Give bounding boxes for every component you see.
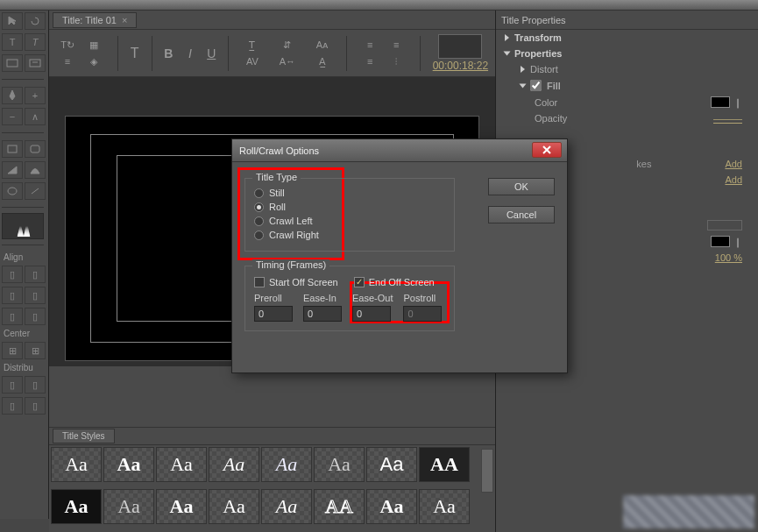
eyedropper-icon[interactable] <box>732 96 744 108</box>
convert-tool[interactable]: ∧ <box>25 108 46 125</box>
style-swatch[interactable]: Aa <box>419 489 470 524</box>
italic-button[interactable]: I <box>186 46 195 61</box>
align-right-text[interactable]: ≡ <box>358 53 381 69</box>
add-inner-stroke[interactable]: Add <box>725 159 742 169</box>
eyedropper-icon[interactable] <box>732 235 744 247</box>
bg-opacity-value[interactable]: 100 % <box>715 252 742 263</box>
style-swatch[interactable]: Aa <box>51 489 102 524</box>
new-title-icon[interactable]: T↻ <box>56 37 79 53</box>
preroll-input[interactable] <box>254 306 293 322</box>
align-bottom[interactable]: ▯ <box>25 308 46 325</box>
style-swatch[interactable]: Aa <box>156 447 207 482</box>
rect-tool[interactable] <box>2 140 23 158</box>
smallcaps-icon[interactable]: Aᴀ <box>311 37 334 53</box>
options-bar: T↻▦≡◈ T B I U T̲AV ⇵A↔ AᴀA̲ ≡≡≡⸽ 00:00:1… <box>49 30 495 77</box>
baseline-icon[interactable]: A̲ <box>311 53 334 69</box>
style-swatch[interactable]: AA <box>419 447 470 482</box>
opacity-value[interactable]: ——— <box>713 113 742 124</box>
cancel-button[interactable]: Cancel <box>488 206 555 223</box>
close-tab-icon[interactable]: × <box>122 15 127 25</box>
underline-button[interactable]: U <box>207 46 216 61</box>
style-swatch[interactable]: Aa <box>261 489 312 524</box>
style-swatch[interactable]: Aa <box>156 489 207 524</box>
distribute-3[interactable]: ▯ <box>2 397 23 415</box>
transform-section[interactable]: Transform <box>496 30 758 46</box>
bg-color-swatch[interactable] <box>711 236 730 247</box>
title-type-fieldset: Title Type Still Roll Crawl Left Crawl R… <box>244 178 455 252</box>
pen-tool[interactable] <box>2 87 23 104</box>
path-type-tool[interactable] <box>25 54 46 72</box>
selection-tool[interactable] <box>2 12 23 30</box>
align-right[interactable]: ▯ <box>2 287 23 304</box>
styles-panel-tab[interactable]: Title Styles <box>53 429 115 443</box>
styles-grid: Aa Aa Aa Aa Aa Aa Aa AA Aa Aa Aa Aa Aa A… <box>49 445 495 531</box>
align-hcenter[interactable]: ▯ <box>25 266 46 283</box>
distribute-4[interactable]: ▯ <box>25 397 46 415</box>
align-left-text[interactable]: ≡ <box>358 37 381 53</box>
rotate-tool[interactable] <box>25 12 46 30</box>
arc-tool[interactable] <box>25 161 46 179</box>
end-off-screen-checkbox[interactable]: End Off Screen <box>354 277 435 287</box>
radio-roll[interactable]: Roll <box>254 200 342 214</box>
style-swatch[interactable]: Aa <box>366 447 417 482</box>
style-swatch[interactable]: Aa <box>366 489 417 524</box>
fill-section[interactable]: Fill <box>496 77 758 94</box>
fill-checkbox[interactable] <box>530 80 542 91</box>
anchor-tool[interactable]: + <box>25 87 46 104</box>
video-thumbnail[interactable] <box>438 34 482 59</box>
align-left[interactable]: ▯ <box>2 266 23 283</box>
color-swatch[interactable] <box>711 96 730 108</box>
style-swatch[interactable]: Aa <box>51 447 102 482</box>
document-tab[interactable]: Title: Title 01× <box>53 12 137 28</box>
align-center-text[interactable]: ≡ <box>385 37 407 53</box>
leading-icon[interactable]: ⇵ <box>276 37 299 53</box>
area-type-tool[interactable] <box>2 54 23 72</box>
radio-still[interactable]: Still <box>254 186 342 200</box>
align-top[interactable]: ▯ <box>25 287 46 304</box>
ok-button[interactable]: OK <box>488 178 555 195</box>
svg-point-5 <box>8 188 17 195</box>
kerning-icon[interactable]: AV <box>241 53 264 69</box>
tab-stops-icon[interactable]: ⸽ <box>385 53 407 69</box>
type-tool[interactable]: T <box>2 33 23 51</box>
center-h[interactable]: ⊞ <box>2 342 23 359</box>
dialog-close-button[interactable] <box>532 142 562 158</box>
style-swatch[interactable]: Aa <box>209 489 259 524</box>
center-v[interactable]: ⊞ <box>25 342 46 359</box>
style-swatch[interactable]: Aa <box>103 489 154 524</box>
tracking-icon[interactable]: A↔ <box>276 53 299 69</box>
roll-crawl-icon[interactable]: ≡ <box>56 53 79 69</box>
font-family-icon[interactable]: T <box>130 46 138 61</box>
timecode-display[interactable]: 00:00:18:22 <box>433 60 488 72</box>
distort-row[interactable]: Distort <box>496 61 758 77</box>
easeout-input[interactable] <box>352 306 391 322</box>
add-outer-stroke[interactable]: Add <box>725 174 742 185</box>
line-tool[interactable] <box>25 182 46 200</box>
rrect-tool[interactable] <box>25 140 46 158</box>
radio-icon <box>254 188 264 198</box>
wedge-tool[interactable] <box>2 161 23 179</box>
style-swatch[interactable]: Aa <box>261 447 312 482</box>
radio-crawl-left[interactable]: Crawl Left <box>254 214 342 228</box>
style-swatch[interactable]: Aa <box>209 447 259 482</box>
radio-crawl-right[interactable]: Crawl Right <box>254 228 342 242</box>
start-off-screen-checkbox[interactable]: Start Off Screen <box>254 277 338 287</box>
vtype-tool[interactable]: T <box>25 33 46 51</box>
distribute-h[interactable]: ▯ <box>2 376 23 394</box>
bold-button[interactable]: B <box>164 46 173 61</box>
styles-scrollbar[interactable] <box>481 449 493 493</box>
style-swatch[interactable]: Aa <box>103 447 154 482</box>
layers-icon[interactable]: ◈ <box>82 53 105 69</box>
style-swatch[interactable]: Aa <box>314 447 365 482</box>
template-icon[interactable]: ▦ <box>82 37 105 53</box>
delete-anchor-tool[interactable]: − <box>2 108 23 125</box>
easein-input[interactable] <box>303 306 342 322</box>
style-swatch[interactable]: AA <box>314 489 365 524</box>
ellipse-tool[interactable] <box>2 182 23 200</box>
fontsize-icon[interactable]: T̲ <box>241 37 264 53</box>
dialog-titlebar[interactable]: Roll/Crawl Options <box>232 139 567 162</box>
distribute-v[interactable]: ▯ <box>25 376 46 394</box>
align-vcenter[interactable]: ▯ <box>2 308 23 325</box>
properties-section[interactable]: Properties <box>496 46 758 61</box>
chevron-down-icon <box>520 83 527 88</box>
